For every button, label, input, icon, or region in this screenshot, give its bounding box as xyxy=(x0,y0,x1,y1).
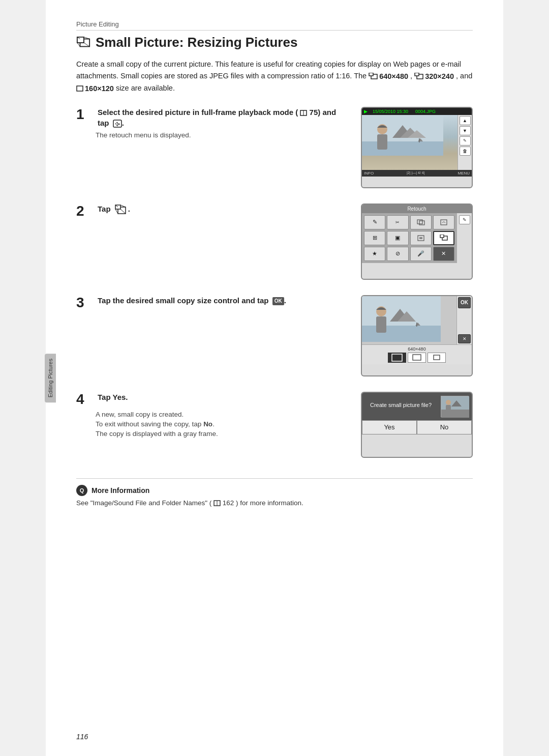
more-info-header: Q More Information xyxy=(76,485,473,496)
screen1-delete-btn[interactable]: 🗑 xyxy=(460,147,471,156)
step-3-section: 3 Tap the desired small copy size contro… xyxy=(76,295,473,376)
step-3-header: 3 Tap the desired small copy size contro… xyxy=(76,295,346,311)
camera-screen-3: OK ✕ 640×480 xyxy=(361,295,473,376)
screen4-yes-btn[interactable]: Yes xyxy=(362,420,417,434)
step-3-content: 3 Tap the desired small copy size contro… xyxy=(76,295,346,314)
step-1-image: ▶ 15/05/2010 15:30 0004.JPG xyxy=(361,107,473,188)
svg-rect-35 xyxy=(440,235,444,238)
svg-rect-46 xyxy=(434,355,440,360)
svg-rect-45 xyxy=(413,355,421,360)
step-4-image: Create small picture file? xyxy=(361,392,473,458)
step-3-number: 3 xyxy=(76,295,93,311)
screen1-body: ▲ ▼ ✎ 🗑 xyxy=(362,115,472,170)
step-4-note-3: The copy is displayed with a gray frame. xyxy=(96,430,346,438)
screen1-edit-btn[interactable]: ✎ xyxy=(460,136,471,146)
page-category: Picture Editing xyxy=(76,20,473,31)
svg-rect-43 xyxy=(376,316,386,333)
screen3-ok-btn[interactable]: OK xyxy=(458,297,471,308)
ok-button-icon[interactable]: OK xyxy=(272,297,284,305)
retouch-icon-3[interactable] xyxy=(410,215,432,229)
step-2-instruction: Tap . xyxy=(98,203,130,215)
more-info-text: See "Image/Sound File and Folder Names" … xyxy=(76,499,473,507)
camera-screen-1: ▶ 15/05/2010 15:30 0004.JPG xyxy=(361,107,473,188)
step-4-number: 4 xyxy=(76,392,93,408)
size-320-icon: 320×240 xyxy=(414,71,454,82)
screen3-size-buttons xyxy=(364,353,470,363)
screen2-icons: ✎ ✂ ⊞ ▣ xyxy=(362,213,456,263)
svg-point-50 xyxy=(446,400,451,405)
size-btn-640[interactable] xyxy=(388,353,406,363)
step-4-note-2: To exit without saving the copy, tap No. xyxy=(96,420,346,428)
step-4-section: 4 Tap Yes. A new, small copy is created.… xyxy=(76,392,473,458)
screen3-scene-svg xyxy=(362,296,441,342)
retouch-icon-7[interactable] xyxy=(410,231,432,245)
svg-rect-30 xyxy=(419,221,424,225)
small-picture-icon xyxy=(76,37,90,48)
screen3-bottom: 640×480 xyxy=(362,344,472,364)
step-2-number: 2 xyxy=(76,203,93,219)
step-2-image: Retouch ✎ ✂ ⊞ ▣ xyxy=(361,203,473,280)
screen4-thumb xyxy=(441,396,469,417)
svg-rect-7 xyxy=(369,73,373,76)
screen1-sidebar: ▲ ▼ ✎ 🗑 xyxy=(458,115,472,170)
page-title: Small Picture: Resizing Pictures xyxy=(76,35,473,50)
intro-text: Create a small copy of the current pictu… xyxy=(76,59,473,95)
screen2-sidebar: ✎ xyxy=(456,213,472,263)
screen3-close-btn[interactable]: ✕ xyxy=(458,334,471,343)
step-4-instruction: Tap Yes. xyxy=(98,392,128,402)
step-4-content: 4 Tap Yes. A new, small copy is created.… xyxy=(76,392,346,438)
svg-rect-10 xyxy=(77,86,83,91)
camera-screen-4: Create small picture file? xyxy=(361,392,473,458)
size-btn-320[interactable] xyxy=(408,353,426,363)
step-1-number: 1 xyxy=(76,107,93,123)
screen2-body: ✎ ✂ ⊞ ▣ xyxy=(362,213,472,263)
screen3-sidebar: OK ✕ xyxy=(456,296,472,344)
step-1-content: 1 Select the desired picture in full-fra… xyxy=(76,107,346,139)
camera-screen-2: Retouch ✎ ✂ ⊞ ▣ xyxy=(361,203,473,280)
book-ref-icon xyxy=(300,110,307,116)
retouch-tap-icon xyxy=(113,120,122,128)
small-pic-tap-icon xyxy=(114,205,127,215)
svg-rect-20 xyxy=(419,138,420,142)
retouch-icon-11[interactable]: 🎤 xyxy=(410,247,432,261)
screen1-footer: INFO |2| |—| 4/ 4| MENU xyxy=(362,170,472,177)
retouch-icon-5[interactable]: ⊞ xyxy=(364,231,385,245)
svg-line-27 xyxy=(120,209,126,214)
svg-rect-31 xyxy=(441,220,447,225)
retouch-close-btn[interactable]: ✕ xyxy=(433,247,454,261)
screen2-edit-btn[interactable]: ✎ xyxy=(459,215,470,224)
screen4-no-btn[interactable]: No xyxy=(417,420,472,434)
svg-rect-51 xyxy=(446,405,451,412)
screen3-top: OK ✕ xyxy=(362,296,472,344)
size-640-icon: 640×480 xyxy=(369,71,408,82)
size-160-icon: 160×120 xyxy=(76,83,114,95)
step-3-image: OK ✕ 640×480 xyxy=(361,295,473,376)
screen4-buttons: Yes No xyxy=(362,420,472,434)
size-btn-160[interactable] xyxy=(428,353,446,363)
retouch-icon-2[interactable]: ✂ xyxy=(387,215,408,229)
step-2-header: 2 Tap . xyxy=(76,203,346,219)
screen1-up-btn[interactable]: ▲ xyxy=(460,116,471,125)
svg-rect-9 xyxy=(415,73,419,76)
retouch-icon-6[interactable]: ▣ xyxy=(387,231,408,245)
svg-rect-41 xyxy=(416,323,417,327)
step-2-section: 2 Tap . xyxy=(76,203,473,280)
retouch-icon-1[interactable]: ✎ xyxy=(364,215,385,229)
more-info-icon: Q xyxy=(76,485,87,496)
screen4-confirm-text: Create small picture file? xyxy=(365,402,437,411)
retouch-icon-4[interactable] xyxy=(433,215,454,229)
retouch-icon-9[interactable]: ★ xyxy=(364,247,385,261)
retouch-icon-8[interactable] xyxy=(433,231,454,245)
screen1-photo xyxy=(362,115,458,170)
svg-rect-39 xyxy=(362,326,441,342)
step-1-note: The retouch menu is displayed. xyxy=(96,131,346,139)
more-info-book-icon xyxy=(214,500,221,506)
step-4-notes: A new, small copy is created. To exit wi… xyxy=(96,411,346,438)
svg-rect-18 xyxy=(362,141,443,156)
screen4-top: Create small picture file? xyxy=(362,393,472,420)
svg-rect-22 xyxy=(377,134,387,150)
page-number: 116 xyxy=(76,733,88,741)
screen1-down-btn[interactable]: ▼ xyxy=(460,126,471,135)
side-tab: Editing Pictures xyxy=(45,354,56,402)
retouch-icon-10[interactable]: ⊘ xyxy=(387,247,408,261)
